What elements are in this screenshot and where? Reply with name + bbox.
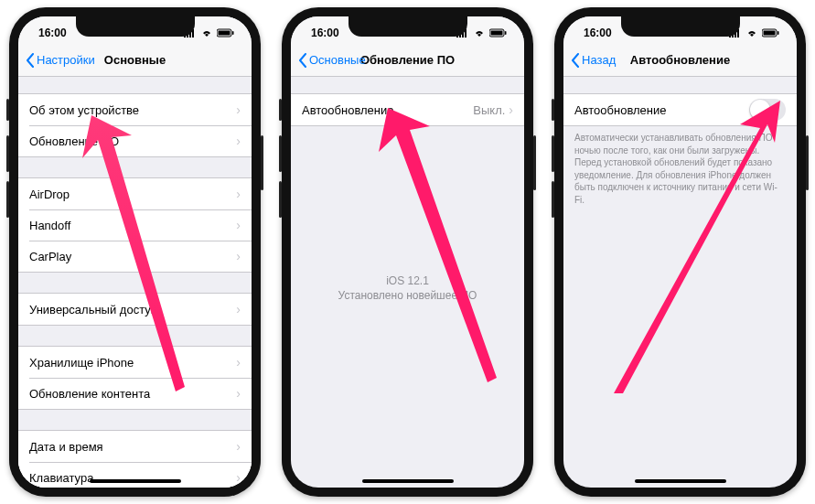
row-keyboard[interactable]: Клавиатура› <box>18 462 252 488</box>
row-auto-update-toggle[interactable]: Автообновление <box>563 94 797 125</box>
chevron-right-icon: › <box>236 355 241 370</box>
nav-bar: Назад Автообновление <box>563 44 797 77</box>
nav-bar: Основные Обновление ПО <box>291 44 524 77</box>
row-storage[interactable]: Хранилище iPhone› <box>18 347 252 378</box>
chevron-right-icon: › <box>236 102 241 117</box>
row-airdrop[interactable]: AirDrop› <box>18 178 252 209</box>
wifi-icon <box>200 28 213 38</box>
chevron-right-icon: › <box>236 386 241 401</box>
chevron-right-icon: › <box>236 218 241 232</box>
chevron-right-icon: › <box>236 134 241 148</box>
row-accessibility[interactable]: Универсальный доступ› <box>18 294 252 325</box>
footer-description: Автоматически устанавливать обновления П… <box>563 126 797 206</box>
svg-rect-13 <box>505 31 507 35</box>
back-label: Настройки <box>37 53 95 67</box>
back-label: Назад <box>582 53 616 67</box>
chevron-right-icon: › <box>236 439 241 454</box>
phone-mockup-2: 16:00 Основные Обновление ПО Автообновле… <box>282 7 533 497</box>
notch <box>621 16 740 37</box>
back-label: Основные <box>309 53 366 67</box>
home-indicator[interactable] <box>90 479 181 483</box>
wifi-icon <box>745 28 758 38</box>
svg-rect-20 <box>777 31 779 35</box>
chevron-left-icon <box>26 53 35 68</box>
chevron-left-icon <box>571 53 580 68</box>
chevron-right-icon: › <box>236 470 241 485</box>
row-value: Выкл.› <box>473 102 513 117</box>
settings-list[interactable]: Об этом устройстве› Обновление ПО› AirDr… <box>18 77 252 488</box>
home-indicator[interactable] <box>362 479 454 483</box>
notch <box>76 16 195 37</box>
row-about[interactable]: Об этом устройстве› <box>18 94 252 125</box>
row-auto-update[interactable]: Автообновление Выкл.› <box>291 94 524 125</box>
phone-mockup-3: 16:00 Назад Автообновление Автообновлени… <box>554 7 806 497</box>
battery-icon <box>217 28 235 38</box>
version-note: iOS 12.1 Установлено новейшее ПО <box>291 273 524 304</box>
home-indicator[interactable] <box>635 479 726 483</box>
toggle-switch-off[interactable] <box>749 99 786 121</box>
row-handoff[interactable]: Handoff› <box>18 209 252 241</box>
chevron-right-icon: › <box>509 102 513 117</box>
status-time: 16:00 <box>311 27 339 39</box>
wifi-icon <box>473 28 486 38</box>
chevron-left-icon <box>298 53 307 68</box>
content: Автообновление Автоматически устанавлива… <box>563 77 797 488</box>
svg-rect-12 <box>491 31 503 36</box>
back-button[interactable]: Основные <box>298 53 366 68</box>
content: Автообновление Выкл.› iOS 12.1 Установле… <box>291 77 524 488</box>
row-software-update[interactable]: Обновление ПО› <box>18 125 252 156</box>
nav-bar: Настройки Основные <box>18 44 252 77</box>
notch <box>349 16 467 37</box>
row-background-refresh[interactable]: Обновление контента› <box>18 378 252 409</box>
chevron-right-icon: › <box>236 187 241 201</box>
chevron-right-icon: › <box>236 249 241 263</box>
svg-rect-5 <box>219 31 231 36</box>
row-carplay[interactable]: CarPlay› <box>18 241 252 272</box>
svg-rect-19 <box>764 31 776 36</box>
svg-rect-6 <box>232 31 234 35</box>
battery-icon <box>762 28 780 38</box>
row-datetime[interactable]: Дата и время› <box>18 431 252 462</box>
phone-mockup-1: 16:00 Настройки Основные Об этом устройс… <box>9 7 261 497</box>
back-button[interactable]: Настройки <box>26 53 95 68</box>
battery-icon <box>489 28 508 38</box>
status-time: 16:00 <box>38 27 67 39</box>
chevron-right-icon: › <box>236 302 241 316</box>
status-time: 16:00 <box>584 27 612 39</box>
back-button[interactable]: Назад <box>571 53 616 68</box>
